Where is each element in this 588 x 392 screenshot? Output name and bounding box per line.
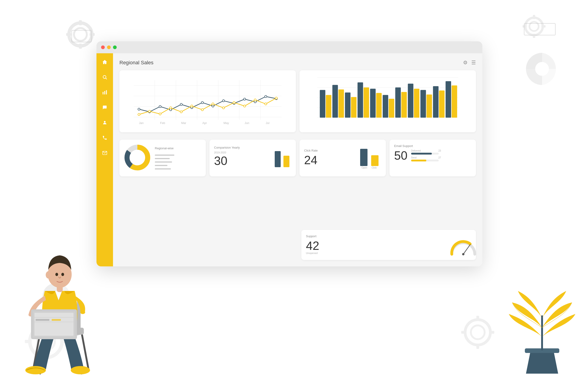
svg-rect-116 — [284, 156, 290, 167]
svg-rect-139 — [34, 313, 74, 336]
svg-point-134 — [46, 271, 51, 278]
comparison-yearly-card: Comparision Yearly 2019-2020 30 — [210, 140, 296, 176]
line-chart-area: Jan Feb Mar Apr May Jun Jul — [124, 75, 291, 128]
email-support-number: 50 — [394, 150, 408, 162]
svg-point-17 — [471, 326, 485, 339]
svg-point-55 — [201, 102, 203, 104]
pie-deco-tr — [524, 50, 560, 87]
svg-rect-92 — [338, 90, 344, 118]
dot-green[interactable] — [113, 46, 117, 49]
click-rate-number: 24 — [304, 154, 318, 166]
svg-rect-21 — [490, 331, 494, 334]
rect-deco-tr — [524, 23, 556, 36]
svg-rect-89 — [320, 90, 325, 118]
bottom-row: Regional-wise Comparision Yearly 2019- — [120, 140, 476, 176]
regional-line-5 — [155, 168, 171, 170]
sidebar-item-search[interactable] — [100, 73, 109, 81]
gear-icon[interactable]: ⚙ — [463, 60, 468, 66]
delivered-track — [411, 153, 439, 154]
svg-point-37 — [104, 121, 106, 123]
sidebar-item-mail[interactable] — [100, 149, 109, 157]
send-count: 27 — [438, 156, 441, 159]
menu-icon[interactable]: ☰ — [471, 60, 476, 66]
delivered-count: 23 — [438, 150, 441, 152]
click-rate-left: Click Rate 24 — [304, 149, 318, 166]
email-support-label: Email Support — [394, 144, 471, 148]
support-sublabel: Unopened — [306, 252, 319, 254]
comparison-sublabel: 2019-2020 — [214, 151, 240, 154]
email-support-bars: Delivered 23 Send 27 — [411, 150, 471, 162]
support-number: 42 — [306, 240, 319, 252]
svg-rect-34 — [103, 92, 104, 94]
svg-rect-142 — [36, 319, 50, 321]
regional-line-3 — [155, 162, 172, 162]
comparison-bars — [273, 144, 291, 168]
dot-red[interactable] — [101, 46, 105, 49]
svg-rect-96 — [364, 88, 369, 118]
donut-labels: Regional-wise — [155, 146, 202, 170]
regional-line-2 — [155, 158, 170, 159]
sidebar-item-chat[interactable] — [100, 103, 109, 112]
svg-point-66 — [170, 107, 172, 109]
bar-chart-area — [304, 75, 471, 128]
svg-rect-91 — [332, 85, 338, 118]
svg-rect-94 — [351, 97, 356, 118]
person-illustration — [13, 213, 109, 378]
svg-rect-101 — [395, 88, 401, 118]
svg-rect-108 — [439, 90, 444, 118]
sidebar-item-phone[interactable] — [100, 134, 109, 142]
svg-rect-109 — [446, 81, 451, 118]
charts-grid: Jan Feb Mar Apr May Jun Jul — [120, 70, 476, 136]
support-label: Support — [306, 234, 319, 238]
click-rate-bars: Open Click — [358, 144, 381, 170]
svg-rect-36 — [106, 90, 107, 94]
svg-rect-3 — [79, 44, 82, 49]
sidebar-item-home[interactable] — [100, 58, 109, 66]
send-label: Send — [411, 156, 416, 159]
svg-point-68 — [191, 105, 193, 107]
svg-text:Mar: Mar — [181, 122, 186, 125]
svg-point-57 — [222, 100, 224, 102]
svg-point-76 — [275, 97, 277, 99]
svg-rect-93 — [345, 92, 350, 118]
svg-rect-115 — [275, 151, 281, 167]
sidebar-item-chart[interactable] — [100, 88, 109, 96]
svg-point-74 — [254, 99, 256, 101]
comparison-card-content: Comparision Yearly 2019-2020 30 — [214, 144, 291, 168]
svg-point-135 — [55, 273, 58, 276]
svg-text:Jan: Jan — [139, 122, 144, 125]
svg-point-65 — [159, 113, 161, 115]
bar-chart-svg — [304, 75, 471, 128]
svg-rect-28 — [72, 30, 92, 42]
svg-point-51 — [159, 106, 161, 108]
regional-wise-card: Regional-wise — [120, 140, 206, 176]
gauge-svg — [448, 238, 478, 256]
email-support-card: Email Support 50 Delivered 23 — [390, 140, 476, 176]
click-rate-label: Click Rate — [304, 149, 318, 152]
svg-rect-4 — [66, 33, 71, 36]
svg-point-71 — [222, 107, 224, 109]
svg-point-69 — [201, 108, 203, 111]
svg-rect-106 — [426, 94, 432, 118]
svg-point-114 — [130, 150, 145, 165]
svg-rect-95 — [358, 82, 363, 118]
svg-point-67 — [180, 111, 182, 113]
svg-rect-110 — [452, 86, 457, 118]
svg-rect-20 — [461, 331, 466, 334]
svg-line-121 — [463, 244, 470, 254]
regional-card-label: Regional-wise — [155, 146, 202, 150]
send-fill — [411, 160, 426, 162]
dot-yellow[interactable] — [107, 46, 111, 49]
comparison-label: Comparision Yearly — [214, 146, 240, 149]
svg-rect-105 — [420, 90, 426, 118]
sidebar-item-user[interactable] — [100, 118, 109, 127]
svg-rect-2 — [79, 20, 82, 25]
svg-rect-102 — [401, 92, 407, 118]
svg-rect-143 — [52, 319, 61, 321]
gauge-container — [448, 238, 471, 252]
line-chart-svg: Jan Feb Mar Apr May Jun Jul — [124, 75, 291, 128]
svg-rect-35 — [104, 91, 105, 94]
comparison-bar-svg — [273, 144, 291, 167]
svg-point-53 — [180, 103, 182, 106]
svg-rect-107 — [433, 86, 438, 118]
